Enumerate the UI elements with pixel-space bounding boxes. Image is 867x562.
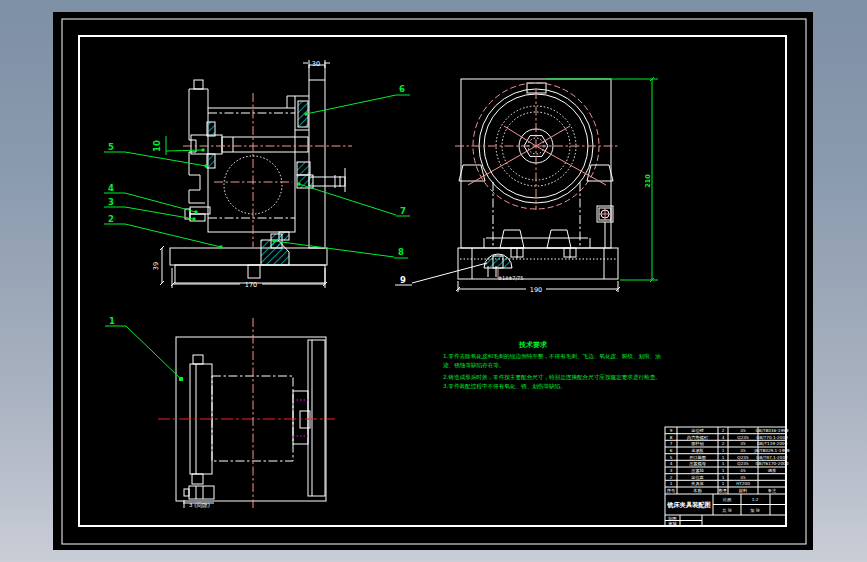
svg-text:6: 6 [670, 448, 673, 453]
sheet-label: 共 张 [722, 508, 733, 513]
svg-text:8: 8 [670, 435, 673, 440]
dim-base-width: 170 [245, 281, 257, 289]
svg-text:定位盘: 定位盘 [691, 475, 704, 480]
svg-text:GB/T8016-1999: GB/T8016-1999 [756, 428, 789, 433]
svg-text:1: 1 [722, 481, 725, 486]
svg-text:开口垫圈: 开口垫圈 [689, 455, 706, 460]
checker-label: 审核 [668, 521, 677, 526]
notes-title: 技术要求 [518, 340, 548, 349]
drawing-sheet: 30 170 39 210 190 Φ14Φ7/75 3 (间隙) 6 5 10 [0, 0, 867, 562]
dim-base-height: 39 [152, 262, 160, 270]
note-line-1: 1.零件去除氧化皮和毛刺的锐边倒钝平整，不得有毛刺、飞边、氧化皮、裂纹、划痕、油 [443, 353, 661, 360]
svg-text:支承板: 支承板 [691, 448, 704, 453]
scale-value: 1:2 [752, 497, 759, 502]
svg-text:45: 45 [740, 448, 746, 453]
page-label: 第 张 [750, 508, 761, 513]
svg-text:Q235: Q235 [737, 435, 749, 440]
svg-text:HT200: HT200 [736, 481, 750, 486]
svg-text:7: 7 [670, 441, 673, 446]
dim-plate-width: 30 [312, 60, 320, 68]
svg-text:1: 1 [722, 455, 725, 460]
dim-base-width-right: 190 [530, 286, 542, 294]
svg-text:1: 1 [722, 448, 725, 453]
svg-text:2: 2 [670, 475, 673, 480]
svg-text:45: 45 [740, 475, 746, 480]
svg-text:序号: 序号 [667, 488, 676, 493]
svg-text:3: 3 [670, 468, 673, 473]
svg-text:1: 1 [722, 468, 725, 473]
drafter-label: 制图 [668, 516, 676, 521]
svg-text:10: 10 [152, 140, 162, 152]
svg-text:45: 45 [740, 468, 746, 473]
svg-text:定位键: 定位键 [691, 428, 704, 433]
svg-text:压紧轴: 压紧轴 [691, 468, 704, 473]
note-line-4: 3.零件装配过程中不得有氧化、锈、划伤等缺陷。 [443, 383, 566, 390]
svg-text:Q235: Q235 [737, 461, 749, 466]
svg-text:GB/T6170-2000: GB/T6170-2000 [756, 461, 789, 466]
svg-text:2: 2 [722, 428, 725, 433]
svg-text:内六角螺钉: 内六角螺钉 [687, 435, 709, 440]
svg-text:压紧螺母: 压紧螺母 [689, 461, 707, 466]
svg-text:1: 1 [722, 475, 725, 480]
svg-text:GB/T70.1-2000: GB/T70.1-2000 [756, 435, 788, 440]
dim-overall-height: 210 [644, 174, 652, 188]
svg-text:GB/T97.1-2002: GB/T97.1-2002 [756, 455, 788, 460]
svg-text:GB/T119-2000: GB/T119-2000 [757, 441, 788, 446]
svg-text:数量: 数量 [719, 488, 727, 493]
svg-text:夹具体: 夹具体 [691, 481, 704, 486]
svg-text:8: 8 [398, 247, 404, 257]
svg-text:1: 1 [109, 316, 115, 326]
svg-text:9: 9 [670, 428, 673, 433]
svg-text:2: 2 [722, 441, 725, 446]
svg-text:4: 4 [722, 435, 725, 440]
slot-callout: Φ14Φ7/75 [498, 275, 523, 281]
svg-text:45: 45 [740, 428, 746, 433]
svg-text:5: 5 [670, 455, 673, 460]
svg-text:4: 4 [670, 461, 673, 466]
svg-text:5: 5 [108, 142, 114, 152]
svg-text:6: 6 [399, 84, 405, 94]
note-line-2: 迹、锈蚀等缺陷存在等。 [443, 362, 505, 369]
svg-text:备注: 备注 [768, 488, 777, 493]
svg-text:4: 4 [108, 183, 114, 193]
svg-text:3: 3 [108, 197, 114, 207]
svg-text:Q235: Q235 [737, 455, 749, 460]
cad-viewer-canvas[interactable]: 30 170 39 210 190 Φ14Φ7/75 3 (间隙) 6 5 10 [0, 0, 867, 562]
svg-text:JB/T8029.1-1999: JB/T8029.1-1999 [754, 448, 790, 453]
svg-text:圆柱销: 圆柱销 [691, 441, 704, 446]
detail-note: 3 (间隙) [189, 502, 210, 509]
svg-text:1: 1 [722, 461, 725, 466]
svg-text:名称: 名称 [693, 488, 702, 493]
svg-text:调质: 调质 [768, 468, 776, 473]
svg-text:1: 1 [670, 481, 673, 486]
svg-text:7: 7 [400, 206, 406, 216]
drawing-title: 铣床夹具装配图 [666, 501, 710, 509]
svg-text:35: 35 [740, 441, 746, 446]
svg-text:9: 9 [400, 275, 406, 285]
svg-text:2: 2 [108, 214, 114, 224]
note-line-3: 2.铸造成形后时效，零件按主要配合尺寸，特别是连接配合尺寸应按规定要求进行检查。 [443, 374, 661, 381]
